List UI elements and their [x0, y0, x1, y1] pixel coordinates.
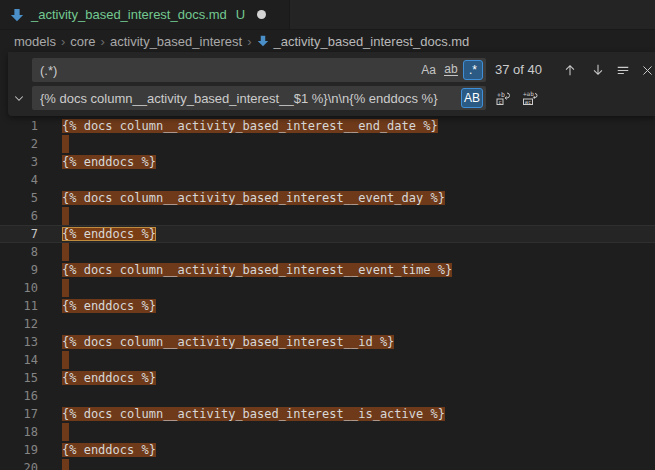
match-count: 37 of 40	[495, 58, 542, 82]
code-line[interactable]: 11{% enddocs %}	[0, 297, 655, 315]
svg-text:+ab: +ab	[523, 90, 534, 97]
markdown-file-icon	[257, 35, 269, 47]
code-line[interactable]: 8	[0, 243, 655, 261]
replace-all-button[interactable]: +ab ac	[519, 86, 541, 110]
code-line[interactable]: 20	[0, 459, 655, 470]
code-line[interactable]: 10	[0, 279, 655, 297]
code-line[interactable]: 15{% enddocs %}	[0, 369, 655, 387]
find-match: {% enddocs %}	[62, 371, 156, 385]
line-content: {% docs column__activity_based_interest_…	[62, 117, 438, 135]
find-in-selection-button[interactable]	[612, 58, 634, 82]
code-line[interactable]: 6	[0, 207, 655, 225]
find-match: {% docs column__activity_based_interest_…	[62, 191, 445, 205]
close-find-widget-button[interactable]	[636, 58, 655, 82]
find-match-empty-line	[62, 423, 69, 441]
toggle-replace-button[interactable]	[8, 86, 30, 110]
git-untracked-badge: U	[236, 7, 245, 22]
line-content	[62, 135, 69, 153]
line-content: {% docs column__activity_based_interest_…	[62, 261, 452, 279]
arrow-up-icon	[563, 63, 577, 77]
line-number: 8	[0, 243, 38, 261]
breadcrumb-item-core[interactable]: core	[70, 34, 95, 49]
line-number: 4	[0, 171, 38, 189]
svg-text:c: c	[499, 99, 502, 105]
line-content: {% enddocs %}	[62, 441, 156, 459]
line-content: {% docs column__activity_based_interest_…	[62, 333, 394, 351]
code-line[interactable]: 3{% enddocs %}	[0, 153, 655, 171]
breadcrumb-item-file[interactable]: _activity_based_interest_docs.md	[257, 34, 470, 49]
line-content	[62, 351, 69, 369]
replace-button[interactable]: +b c	[492, 86, 514, 110]
whole-word-toggle[interactable]: ab	[441, 60, 461, 80]
next-match-button[interactable]	[587, 58, 609, 82]
tab-filename: _activity_based_interest_docs.md	[31, 7, 227, 22]
code-line[interactable]: 4	[0, 171, 655, 189]
tab-active-file[interactable]: _activity_based_interest_docs.md U	[0, 0, 290, 29]
find-value: (.*)	[40, 63, 416, 78]
code-line[interactable]: 14	[0, 351, 655, 369]
replace-value: {% docs column__activity_based_interest_…	[40, 91, 459, 106]
line-number: 10	[0, 279, 38, 297]
find-match: {% docs column__activity_based_interest_…	[62, 263, 452, 277]
code-line[interactable]: 16	[0, 387, 655, 405]
find-replace-widget: (.*) Aa ab .* 37 of 40	[8, 52, 655, 116]
find-match-empty-line	[62, 351, 69, 369]
find-match-empty-line	[62, 135, 69, 153]
line-number: 11	[0, 297, 38, 315]
find-match: {% docs column__activity_based_interest_…	[62, 335, 394, 349]
code-line[interactable]: 18	[0, 423, 655, 441]
current-find-match: {% enddocs %}	[62, 227, 156, 241]
line-content: {% enddocs %}	[62, 297, 156, 315]
markdown-file-icon	[10, 8, 24, 22]
line-number: 17	[0, 405, 38, 423]
find-match: {% docs column__activity_based_interest_…	[62, 407, 445, 421]
replace-input[interactable]: {% docs column__activity_based_interest_…	[32, 86, 486, 110]
line-content: {% docs column__activity_based_interest_…	[62, 405, 445, 423]
find-toggles: Aa ab .*	[416, 60, 486, 80]
line-content	[62, 459, 69, 470]
line-content	[62, 423, 69, 441]
code-line[interactable]: 19{% enddocs %}	[0, 441, 655, 459]
line-number: 14	[0, 351, 38, 369]
code-line[interactable]: 2	[0, 135, 655, 153]
replace-toggles: AB	[459, 88, 486, 108]
line-content: {% enddocs %}	[62, 225, 156, 243]
find-match: {% enddocs %}	[62, 443, 156, 457]
find-match-empty-line	[62, 279, 69, 297]
find-input[interactable]: (.*) Aa ab .*	[32, 58, 486, 82]
line-content	[62, 243, 69, 261]
line-number: 19	[0, 441, 38, 459]
code-line[interactable]: 5{% docs column__activity_based_interest…	[0, 189, 655, 207]
breadcrumb-item-models[interactable]: models	[14, 34, 56, 49]
code-line[interactable]: 7{% enddocs %}	[0, 225, 655, 243]
close-icon	[641, 64, 654, 77]
code-line[interactable]: 13{% docs column__activity_based_interes…	[0, 333, 655, 351]
preserve-case-toggle[interactable]: AB	[461, 88, 483, 108]
breadcrumb-item-activity-based-interest[interactable]: activity_based_interest	[110, 34, 242, 49]
chevron-right-icon: ›	[61, 34, 65, 49]
find-match: {% enddocs %}	[62, 155, 156, 169]
arrow-down-icon	[591, 63, 605, 77]
tab-bar: _activity_based_interest_docs.md U	[0, 0, 655, 30]
code-lines: 1{% docs column__activity_based_interest…	[0, 117, 655, 470]
line-number: 6	[0, 207, 38, 225]
previous-match-button[interactable]	[559, 58, 581, 82]
line-number: 18	[0, 423, 38, 441]
match-case-toggle[interactable]: Aa	[418, 60, 439, 80]
find-match: {% docs column__activity_based_interest_…	[62, 119, 438, 133]
code-line[interactable]: 12	[0, 315, 655, 333]
line-number: 15	[0, 369, 38, 387]
chevron-right-icon: ›	[247, 34, 251, 49]
replace-all-icon: +ab ac	[522, 90, 538, 106]
find-match-empty-line	[62, 207, 69, 225]
code-line[interactable]: 1{% docs column__activity_based_interest…	[0, 117, 655, 135]
line-number: 1	[0, 117, 38, 135]
breadcrumb-file-label: _activity_based_interest_docs.md	[274, 34, 470, 49]
line-number: 7	[0, 225, 38, 243]
code-line[interactable]: 17{% docs column__activity_based_interes…	[0, 405, 655, 423]
svg-text:+b: +b	[497, 91, 505, 99]
regex-toggle[interactable]: .*	[463, 60, 483, 80]
unsaved-changes-dot[interactable]	[257, 10, 266, 19]
breadcrumb: models › core › activity_based_interest …	[0, 30, 655, 52]
code-line[interactable]: 9{% docs column__activity_based_interest…	[0, 261, 655, 279]
